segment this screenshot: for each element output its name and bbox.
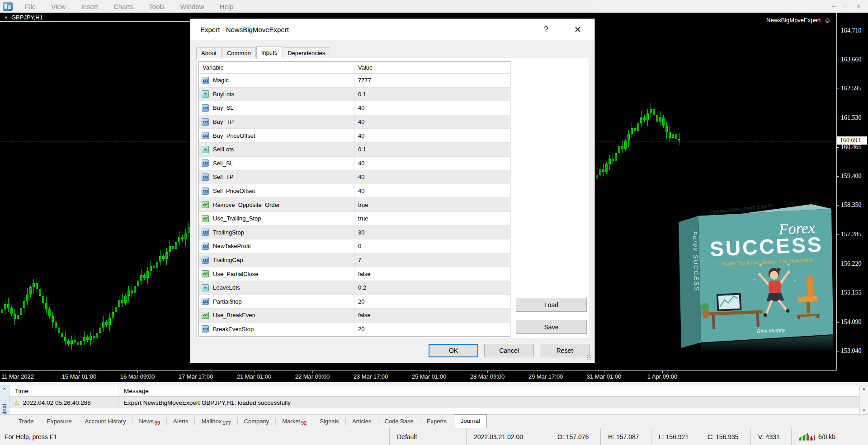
terminal-tab-account-history[interactable]: Account History bbox=[79, 416, 132, 428]
table-row[interactable]: Use_Trailing_Stoptrue bbox=[199, 212, 510, 226]
variable-name: BuyLots bbox=[213, 91, 234, 98]
time-tick bbox=[429, 371, 429, 373]
variable-value[interactable]: 0.1 bbox=[358, 91, 366, 98]
menu-item-view[interactable]: View bbox=[43, 3, 73, 10]
table-row[interactable]: 123BreakEvenStop20 bbox=[199, 323, 510, 337]
variable-value[interactable]: 7 bbox=[358, 257, 361, 263]
double-parameter-icon: ½ bbox=[202, 284, 209, 291]
variable-value[interactable]: false bbox=[358, 271, 370, 277]
terminal-tab-articles[interactable]: Articles bbox=[346, 416, 377, 428]
minimize-icon[interactable]: – bbox=[832, 3, 835, 9]
terminal-tab-alerts[interactable]: Alerts bbox=[167, 416, 194, 428]
resize-grip-icon[interactable] bbox=[586, 355, 591, 360]
terminal-tab-news[interactable]: News99 bbox=[133, 416, 166, 428]
table-row[interactable]: 123NewTakeProfit0 bbox=[199, 239, 510, 253]
bool-parameter-icon bbox=[202, 270, 209, 277]
terminal-tab-experts[interactable]: Experts bbox=[421, 416, 453, 428]
scroll-down-icon[interactable]: ▼ bbox=[860, 407, 868, 414]
variable-value[interactable]: 40 bbox=[358, 187, 364, 194]
table-row[interactable]: 123Buy_PriceOffset40 bbox=[199, 129, 510, 143]
terminal-tab-mailbox[interactable]: Mailbox177 bbox=[195, 416, 236, 428]
terminal-tab-code-base[interactable]: Code Base bbox=[379, 416, 420, 428]
table-row[interactable]: Remove_Opposite_Ordertrue bbox=[199, 198, 510, 212]
variable-name: Use_PartialClose bbox=[213, 271, 258, 277]
table-row[interactable]: 123Sell_PriceOffset40 bbox=[199, 184, 510, 198]
table-row[interactable]: 123Sell_TP40 bbox=[199, 170, 510, 184]
menu-item-insert[interactable]: Insert bbox=[73, 3, 106, 10]
time-axis-label: 28 Mar 09:00 bbox=[470, 373, 505, 380]
int-parameter-icon: 123 bbox=[202, 132, 209, 139]
chevron-down-icon[interactable]: ▼ bbox=[4, 15, 8, 20]
terminal-close-button[interactable]: × bbox=[0, 385, 9, 393]
tab-about[interactable]: About bbox=[196, 47, 222, 58]
variable-name: Use_Trailing_Stop bbox=[213, 215, 261, 222]
menu-item-file[interactable]: File bbox=[17, 3, 43, 10]
table-row[interactable]: 123PartialStop20 bbox=[199, 295, 510, 309]
journal-row[interactable]: ⚠ 2022.04.02 05:26:40.288 Expert NewsBig… bbox=[9, 397, 859, 408]
save-button[interactable]: Save bbox=[516, 320, 587, 334]
variable-value[interactable]: 20 bbox=[358, 326, 364, 333]
column-header-time: Time bbox=[9, 385, 118, 396]
terminal-tab-journal[interactable]: Journal bbox=[454, 414, 487, 428]
variable-value[interactable]: 0.2 bbox=[358, 284, 366, 291]
ok-button[interactable]: OK bbox=[429, 344, 478, 357]
terminal-scrollbar[interactable]: ▲ ▼ bbox=[859, 385, 868, 414]
terminal-tab-exposure[interactable]: Exposure bbox=[41, 416, 77, 428]
dialog-help-button[interactable]: ? bbox=[539, 19, 553, 40]
terminal-tab-market[interactable]: Market92 bbox=[276, 416, 312, 428]
terminal-tab-trade[interactable]: Trade bbox=[13, 416, 39, 428]
table-row[interactable]: 123TrailingGap7 bbox=[199, 253, 510, 267]
table-row[interactable]: 123Magic7777 bbox=[199, 74, 510, 88]
terminal-tab-company[interactable]: Company bbox=[238, 416, 275, 428]
table-row[interactable]: 123Sell_SL40 bbox=[199, 157, 510, 171]
time-axis-label: 31 Mar 01:00 bbox=[587, 373, 622, 380]
table-row[interactable]: 123Buy_SL40 bbox=[199, 101, 510, 115]
menu-item-tools[interactable]: Tools bbox=[141, 3, 172, 10]
reset-button[interactable]: Reset bbox=[540, 344, 590, 357]
restore-icon[interactable]: □ bbox=[844, 3, 847, 9]
tab-divider bbox=[420, 417, 420, 425]
variable-value[interactable]: 30 bbox=[358, 229, 364, 236]
variable-value[interactable]: 20 bbox=[358, 298, 364, 305]
table-row[interactable]: 123TrailingStop30 bbox=[199, 226, 510, 240]
menu-item-window[interactable]: Window bbox=[172, 3, 212, 10]
tab-inputs[interactable]: Inputs bbox=[256, 46, 282, 59]
journal-row-message: Expert NewsBigMoveExpert GBPJPY,H1: load… bbox=[124, 399, 291, 406]
tab-common[interactable]: Common bbox=[222, 47, 256, 58]
status-h-value: H: 157.087 bbox=[600, 428, 651, 445]
table-row[interactable]: ½LeaveLots0.2 bbox=[199, 281, 510, 295]
variable-value[interactable]: 40 bbox=[358, 104, 364, 111]
load-button[interactable]: Load bbox=[516, 298, 587, 312]
table-row[interactable]: ½SellLots0.1 bbox=[199, 143, 510, 157]
tab-divider bbox=[345, 417, 346, 425]
terminal-tab-signals[interactable]: Signals bbox=[314, 416, 345, 428]
variable-value[interactable]: false bbox=[358, 312, 370, 319]
cancel-button[interactable]: Cancel bbox=[484, 344, 534, 357]
variable-value[interactable]: 40 bbox=[358, 173, 364, 180]
menu-item-help[interactable]: Help bbox=[212, 3, 241, 10]
variable-value[interactable]: 40 bbox=[358, 118, 364, 125]
bool-parameter-icon bbox=[202, 312, 209, 319]
tab-badge: 177 bbox=[222, 420, 231, 426]
table-row[interactable]: Use_PartialClosefalse bbox=[199, 267, 510, 281]
menu-item-charts[interactable]: Charts bbox=[106, 3, 141, 10]
variable-value[interactable]: 7777 bbox=[358, 77, 371, 84]
dialog-titlebar[interactable]: Expert - NewsBigMoveExpert bbox=[190, 19, 594, 40]
table-row[interactable]: Use_BreakEvenfalse bbox=[199, 309, 510, 323]
scroll-up-icon[interactable]: ▲ bbox=[860, 385, 868, 393]
variable-value[interactable]: 0 bbox=[358, 243, 361, 249]
variable-value[interactable]: 40 bbox=[358, 132, 364, 139]
dialog-close-button[interactable]: ✕ bbox=[571, 19, 585, 40]
close-icon[interactable]: ✕ bbox=[856, 3, 861, 9]
table-row[interactable]: 123Buy_TP40 bbox=[199, 115, 510, 129]
variable-value[interactable]: 40 bbox=[358, 160, 364, 167]
variable-value[interactable]: true bbox=[358, 215, 368, 222]
int-parameter-icon: 123 bbox=[202, 298, 209, 305]
terminal-panel: × Terminal Time Message ⚠ 2022.04.02 05:… bbox=[0, 385, 868, 428]
table-row[interactable]: ½BuyLots0.1 bbox=[199, 88, 510, 102]
tab-dependencies[interactable]: Dependencies bbox=[283, 47, 330, 58]
variable-value[interactable]: true bbox=[358, 201, 368, 208]
variable-value[interactable]: 0.1 bbox=[358, 146, 366, 153]
int-parameter-icon: 123 bbox=[202, 229, 209, 236]
chart-expert-label: NewsBigMoveExpert ☺ bbox=[766, 16, 831, 24]
